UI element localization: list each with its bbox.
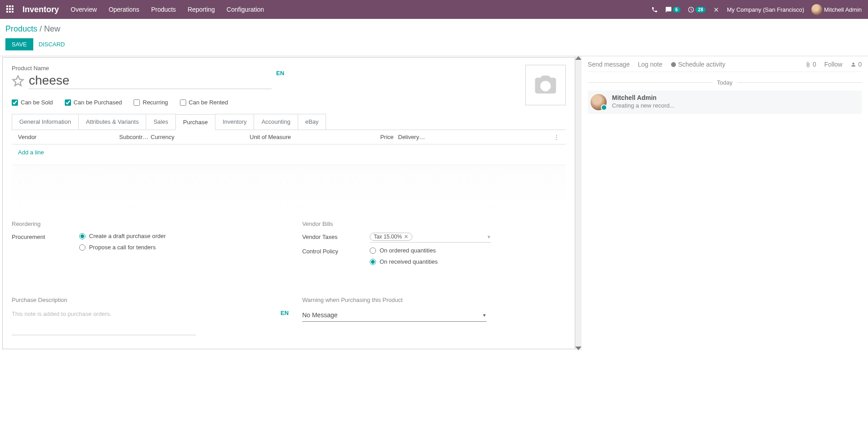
chatter: Send message Log note Schedule activity … (582, 56, 868, 350)
product-name-input[interactable] (29, 72, 272, 89)
close-icon[interactable] (713, 6, 720, 13)
form-pane: Product Name EN Can be Sold Can be Purch… (2, 57, 575, 349)
can-be-rented-checkbox[interactable]: Can be Rented (180, 99, 228, 106)
breadcrumb-root[interactable]: Products (5, 24, 37, 33)
tab-general-information[interactable]: General Information (12, 114, 79, 130)
activities-badge: 28 (695, 7, 706, 13)
recurring-checkbox[interactable]: Recurring (134, 99, 168, 106)
avatar (811, 4, 822, 15)
chevron-down-icon: ▼ (482, 313, 487, 318)
tabs: General Information Attributes & Variant… (12, 114, 566, 130)
kebab-icon[interactable]: ⋮ (554, 134, 559, 140)
nav-menu: Overview Operations Products Reporting C… (71, 6, 264, 13)
app-brand[interactable]: Inventory (22, 5, 59, 14)
person-icon (850, 62, 856, 68)
company-switcher[interactable]: My Company (San Francisco) (727, 6, 804, 13)
vendor-table-header: Vendor Subcontr… Currency Unit of Measur… (12, 130, 566, 144)
day-separator: Today (588, 79, 862, 86)
col-delivery: Delivery… (398, 134, 427, 140)
nav-overview[interactable]: Overview (71, 6, 97, 13)
tab-sales[interactable]: Sales (146, 114, 176, 130)
tab-ebay[interactable]: eBay (298, 114, 327, 130)
user-name: Mitchell Admin (824, 6, 862, 13)
log-note-link[interactable]: Log note (638, 61, 662, 68)
vendor-taxes-label: Vendor Taxes (302, 233, 370, 240)
clock-icon (671, 62, 676, 68)
breadcrumb: Products / New (5, 24, 863, 34)
scrollbar[interactable] (575, 56, 582, 350)
apps-icon[interactable] (6, 5, 14, 14)
tab-attributes-variants[interactable]: Attributes & Variants (78, 114, 147, 130)
nav-products[interactable]: Products (151, 6, 176, 13)
col-vendor: Vendor (18, 134, 119, 140)
activities-icon[interactable]: 28 (688, 6, 706, 13)
purchase-desc-input[interactable] (12, 309, 196, 331)
procurement-draft-radio[interactable]: Create a draft purchase order (79, 233, 275, 239)
message-author: Mitchell Admin (612, 94, 675, 101)
tab-inventory[interactable]: Inventory (215, 114, 254, 130)
tax-tag: Tax 15.00%✕ (370, 233, 412, 241)
warning-select[interactable]: No Message ▼ (302, 309, 487, 322)
add-line-link[interactable]: Add a line (18, 149, 44, 156)
procurement-tender-radio[interactable]: Propose a call for tenders (79, 244, 275, 251)
product-name-label: Product Name (12, 65, 566, 72)
chevron-down-icon: ▼ (487, 234, 491, 239)
send-message-link[interactable]: Send message (588, 61, 630, 68)
phone-icon[interactable] (651, 6, 658, 13)
tab-purchase[interactable]: Purchase (175, 114, 215, 130)
discard-button[interactable]: DISCARD (39, 41, 65, 48)
follow-button[interactable]: Follow (824, 61, 842, 68)
vendor-taxes-field[interactable]: Tax 15.00%✕ ▼ (370, 233, 491, 243)
remove-tag-icon[interactable]: ✕ (404, 234, 408, 240)
schedule-activity-link[interactable]: Schedule activity (671, 61, 725, 68)
messages-badge: 6 (673, 7, 681, 13)
control-ordered-radio[interactable]: On ordered quantities (370, 247, 566, 254)
col-subcontracted: Subcontr… (119, 134, 151, 140)
col-uom: Unit of Measure (250, 134, 367, 140)
message-body: Creating a new record... (612, 102, 675, 109)
can-be-purchased-checkbox[interactable]: Can be Purchased (65, 99, 122, 106)
user-menu[interactable]: Mitchell Admin (811, 4, 862, 15)
warning-label: Warning when Purchasing this Product (302, 297, 566, 303)
paperclip-icon (805, 62, 811, 68)
col-price: Price (367, 134, 394, 140)
message: Mitchell Admin Creating a new record... (588, 90, 862, 114)
reordering-title: Reordering (12, 220, 275, 227)
save-button[interactable]: SAVE (5, 38, 33, 50)
tab-accounting[interactable]: Accounting (254, 114, 298, 130)
messages-icon[interactable]: 6 (665, 6, 681, 13)
favorite-star-icon[interactable] (12, 75, 24, 87)
nav-configuration[interactable]: Configuration (227, 6, 264, 13)
navbar: Inventory Overview Operations Products R… (0, 0, 868, 19)
lang-badge[interactable]: EN (276, 70, 284, 76)
lang-badge[interactable]: EN (281, 310, 289, 316)
procurement-label: Procurement (12, 233, 79, 240)
followers-count[interactable]: 0 (850, 61, 862, 68)
avatar (591, 94, 607, 110)
nav-reporting[interactable]: Reporting (188, 6, 215, 13)
can-be-sold-checkbox[interactable]: Can be Sold (12, 99, 53, 106)
purchase-desc-label: Purchase Description (12, 297, 275, 303)
control-received-radio[interactable]: On received quantities (370, 258, 566, 265)
attachments-count[interactable]: 0 (805, 61, 816, 68)
vendor-bills-title: Vendor Bills (302, 220, 566, 227)
col-currency: Currency (151, 134, 250, 140)
control-policy-label: Control Policy (302, 247, 370, 255)
nav-operations[interactable]: Operations (108, 6, 139, 13)
breadcrumb-current: New (44, 24, 60, 33)
